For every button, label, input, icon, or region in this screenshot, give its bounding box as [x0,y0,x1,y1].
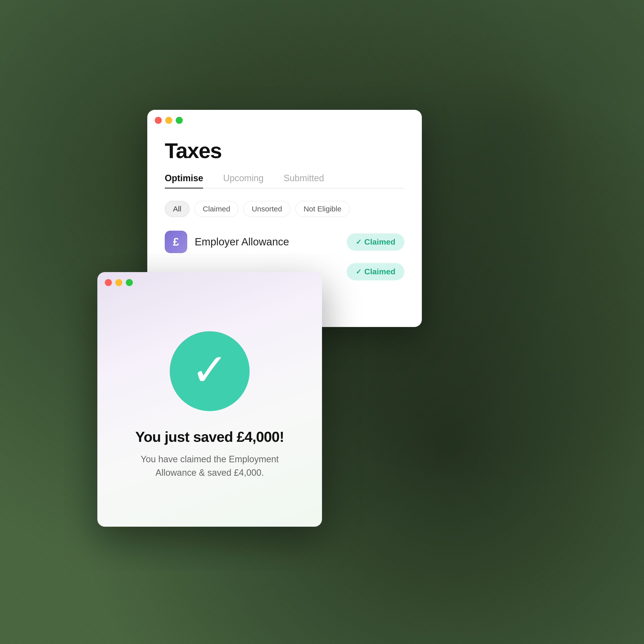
filter-unsorted[interactable]: Unsorted [243,201,290,217]
success-maximize-button[interactable] [126,279,133,286]
filter-row: All Claimed Unsorted Not Eligible [165,201,404,217]
success-window: ✓ You just saved £4,000! You have claime… [97,272,322,527]
claimed-check-icon-2: ✓ [356,268,361,276]
taxes-page-title: Taxes [165,138,404,163]
taxes-minimize-button[interactable] [165,117,172,124]
taxes-tab-bar: Optimise Upcoming Submitted [165,173,404,188]
taxes-content: Taxes Optimise Upcoming Submitted All Cl… [147,131,422,293]
success-minimize-button[interactable] [115,279,122,286]
success-content: ✓ You just saved £4,000! You have claime… [97,293,322,523]
tab-optimise[interactable]: Optimise [165,173,203,188]
success-titlebar [97,272,322,293]
scene-container: Taxes Optimise Upcoming Submitted All Cl… [97,97,547,547]
taxes-titlebar [147,110,422,131]
employer-allowance-icon: £ [165,231,187,253]
success-close-button[interactable] [105,279,112,286]
employer-allowance-status-badge: ✓ Claimed [347,233,404,251]
filter-all[interactable]: All [165,201,189,217]
filter-claimed[interactable]: Claimed [194,201,238,217]
claimed-check-icon: ✓ [356,238,361,246]
taxes-close-button[interactable] [155,117,162,124]
second-claimed-badge: ✓ Claimed [347,263,404,280]
tab-submitted[interactable]: Submitted [284,173,324,188]
filter-not-eligible[interactable]: Not Eligible [295,201,350,217]
taxes-maximize-button[interactable] [176,117,183,124]
tab-upcoming[interactable]: Upcoming [223,173,264,188]
success-checkmark-icon: ✓ [191,347,229,392]
success-circle: ✓ [170,331,250,411]
success-subtitle: You have claimed the Employment Allowanc… [140,453,280,480]
success-title: You just saved £4,000! [135,429,284,445]
employer-allowance-name: Employer Allowance [195,236,289,248]
tax-item-employer-allowance[interactable]: £ Employer Allowance ✓ Claimed [165,231,404,253]
